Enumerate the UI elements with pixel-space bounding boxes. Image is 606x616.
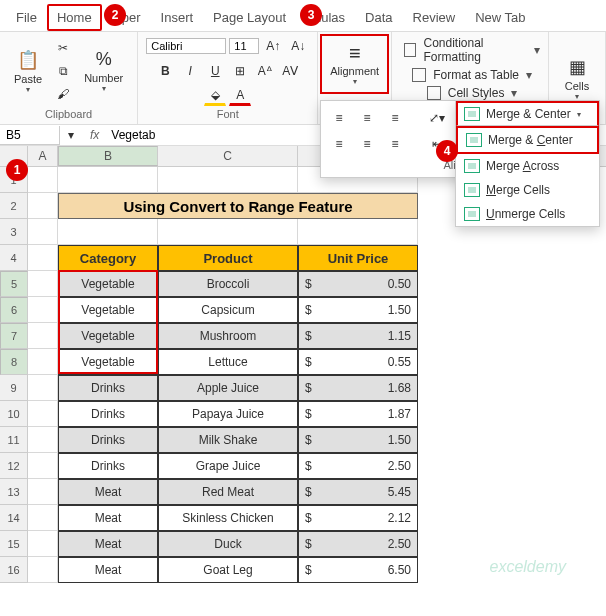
cell-category[interactable]: Vegetable xyxy=(58,323,158,349)
cell-empty[interactable] xyxy=(28,479,58,505)
cell-category[interactable]: Vegetable xyxy=(58,271,158,297)
merge-center-split-button[interactable]: Merge & Center ▾ xyxy=(456,101,599,126)
menu-merge-across[interactable]: Merge Across xyxy=(456,154,599,178)
tab-data[interactable]: Data xyxy=(355,4,402,31)
col-header-b[interactable]: B xyxy=(58,146,158,166)
row-header[interactable]: 3 xyxy=(0,219,28,245)
font-color-button[interactable]: A xyxy=(229,86,251,106)
cell-category[interactable]: Meat xyxy=(58,505,158,531)
row-header[interactable]: 10 xyxy=(0,401,28,427)
fill-color-button[interactable]: ⬙ xyxy=(204,86,226,106)
cell-empty[interactable] xyxy=(28,531,58,557)
tab-insert[interactable]: Insert xyxy=(151,4,204,31)
cell-price[interactable]: $2.50 xyxy=(298,531,418,557)
italic-button[interactable]: I xyxy=(179,61,201,81)
cell-price[interactable]: $1.15 xyxy=(298,323,418,349)
number-format-button[interactable]: % Number ▾ xyxy=(78,45,129,97)
row-header[interactable]: 2 xyxy=(0,193,28,219)
cell-category[interactable]: Drinks xyxy=(58,453,158,479)
cell-category[interactable]: Drinks xyxy=(58,427,158,453)
format-painter-button[interactable]: 🖌 xyxy=(52,84,74,104)
cell-product[interactable]: Duck xyxy=(158,531,298,557)
cell-price[interactable]: $1.68 xyxy=(298,375,418,401)
cell-category[interactable]: Meat xyxy=(58,479,158,505)
align-right-button[interactable]: ≡ xyxy=(383,133,407,155)
font-up-button[interactable]: Aᐞ xyxy=(254,61,276,81)
bold-button[interactable]: B xyxy=(154,61,176,81)
cell-category[interactable]: Meat xyxy=(58,531,158,557)
font-down-button[interactable]: Aᐯ xyxy=(279,61,301,81)
cell-price[interactable]: $1.50 xyxy=(298,427,418,453)
cell-empty[interactable] xyxy=(28,297,58,323)
row-header[interactable]: 6 xyxy=(0,297,28,323)
font-name-select[interactable] xyxy=(146,38,226,54)
align-center-button[interactable]: ≡ xyxy=(355,133,379,155)
tab-home[interactable]: Home xyxy=(47,4,102,31)
cell-category[interactable]: Meat xyxy=(58,557,158,583)
decrease-font-button[interactable]: A↓ xyxy=(287,36,309,56)
cell-product[interactable]: Broccoli xyxy=(158,271,298,297)
cell-empty[interactable] xyxy=(28,349,58,375)
row-header[interactable]: 13 xyxy=(0,479,28,505)
cell-empty[interactable] xyxy=(28,505,58,531)
name-box[interactable] xyxy=(0,126,60,145)
tab-pagelayout[interactable]: Page Layout xyxy=(203,4,296,31)
col-header-a[interactable]: A xyxy=(28,146,58,166)
align-top-button[interactable]: ≡ xyxy=(327,107,351,129)
cell-price[interactable]: $1.87 xyxy=(298,401,418,427)
row-header[interactable]: 9 xyxy=(0,375,28,401)
increase-font-button[interactable]: A↑ xyxy=(262,36,284,56)
paste-button[interactable]: 📋 Paste ▾ xyxy=(8,45,48,98)
row-header[interactable]: 12 xyxy=(0,453,28,479)
cells-button[interactable]: ▦ Cells ▾ xyxy=(557,52,597,105)
cell-empty[interactable] xyxy=(28,375,58,401)
cell-product[interactable]: Mushroom xyxy=(158,323,298,349)
align-bottom-button[interactable]: ≡ xyxy=(383,107,407,129)
cell-price[interactable]: $6.50 xyxy=(298,557,418,583)
cell-empty[interactable] xyxy=(28,427,58,453)
fx-icon[interactable]: fx xyxy=(82,126,107,144)
col-header-c[interactable]: C xyxy=(158,146,298,166)
cell-empty[interactable] xyxy=(28,271,58,297)
cell-product[interactable]: Capsicum xyxy=(158,297,298,323)
row-header[interactable]: 4 xyxy=(0,245,28,271)
border-button[interactable]: ⊞ xyxy=(229,61,251,81)
row-header[interactable]: 7 xyxy=(0,323,28,349)
tab-newtab[interactable]: New Tab xyxy=(465,4,535,31)
cut-button[interactable]: ✂ xyxy=(52,38,74,58)
menu-unmerge-cells[interactable]: Unmerge Cells xyxy=(456,202,599,226)
row-header[interactable]: 11 xyxy=(0,427,28,453)
copy-button[interactable]: ⧉ xyxy=(52,61,74,81)
namebox-dropdown[interactable]: ▾ xyxy=(60,125,82,145)
row-header[interactable]: 15 xyxy=(0,531,28,557)
cell-empty[interactable] xyxy=(28,453,58,479)
cell-product[interactable]: Lettuce xyxy=(158,349,298,375)
cell-product[interactable]: Apple Juice xyxy=(158,375,298,401)
cell-empty[interactable] xyxy=(28,557,58,583)
cell-product[interactable]: Papaya Juice xyxy=(158,401,298,427)
cell-price[interactable]: $1.50 xyxy=(298,297,418,323)
cell-category[interactable]: Drinks xyxy=(58,401,158,427)
row-header[interactable]: 5 xyxy=(0,271,28,297)
menu-merge-center[interactable]: Merge & Center xyxy=(456,126,599,154)
cell-price[interactable]: $2.50 xyxy=(298,453,418,479)
cell-category[interactable]: Vegetable xyxy=(58,297,158,323)
cell-product[interactable]: Goat Leg xyxy=(158,557,298,583)
cell-product[interactable]: Milk Shake xyxy=(158,427,298,453)
cell-price[interactable]: $2.12 xyxy=(298,505,418,531)
orientation-button[interactable]: ⤢▾ xyxy=(425,107,449,129)
cell-price[interactable]: $0.55 xyxy=(298,349,418,375)
alignment-button[interactable]: ≡ Alignment ▾ xyxy=(320,34,389,94)
tab-review[interactable]: Review xyxy=(403,4,466,31)
cell-styles-button[interactable]: Cell Styles▾ xyxy=(423,86,518,100)
cell-product[interactable]: Grape Juice xyxy=(158,453,298,479)
menu-merge-cells[interactable]: Merge Cells xyxy=(456,178,599,202)
cell-product[interactable]: Skinless Chicken xyxy=(158,505,298,531)
cell-category[interactable]: Vegetable xyxy=(58,349,158,375)
underline-button[interactable]: U xyxy=(204,61,226,81)
cell-empty[interactable] xyxy=(28,323,58,349)
cell-category[interactable]: Drinks xyxy=(58,375,158,401)
cell-price[interactable]: $5.45 xyxy=(298,479,418,505)
row-header[interactable]: 8 xyxy=(0,349,28,375)
tab-file[interactable]: File xyxy=(6,4,47,31)
